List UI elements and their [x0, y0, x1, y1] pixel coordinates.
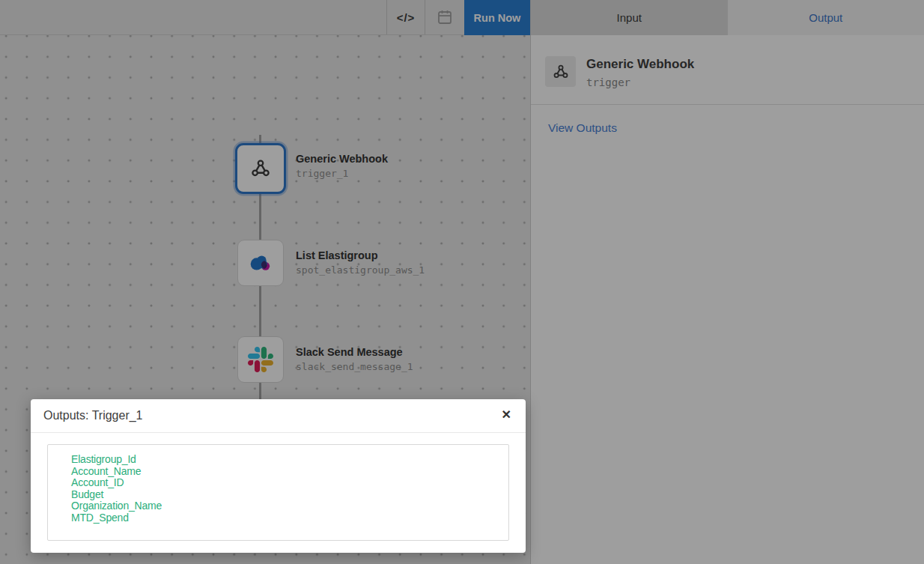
close-icon[interactable]: ✕ — [502, 407, 511, 422]
modal-title: Outputs: Trigger_1 — [43, 409, 143, 422]
outputs-modal: Outputs: Trigger_1 ✕ Elastigroup_Id Acco… — [31, 399, 526, 553]
output-link-mtd-spend[interactable]: MTD_Spend — [71, 512, 129, 524]
workflow-editor: Generic Webhook trigger_1 List Elastigro… — [0, 0, 924, 564]
output-link-elastigroup-id[interactable]: Elastigroup_Id — [71, 454, 136, 466]
output-link-organization-name[interactable]: Organization_Name — [71, 500, 162, 512]
modal-header: Outputs: Trigger_1 ✕ — [31, 399, 526, 433]
output-link-account-name[interactable]: Account_Name — [71, 466, 141, 478]
outputs-list-box: Elastigroup_Id Account_Name Account_ID B… — [47, 444, 509, 541]
output-link-account-id[interactable]: Account_ID — [71, 477, 124, 489]
output-link-budget[interactable]: Budget — [71, 489, 103, 501]
